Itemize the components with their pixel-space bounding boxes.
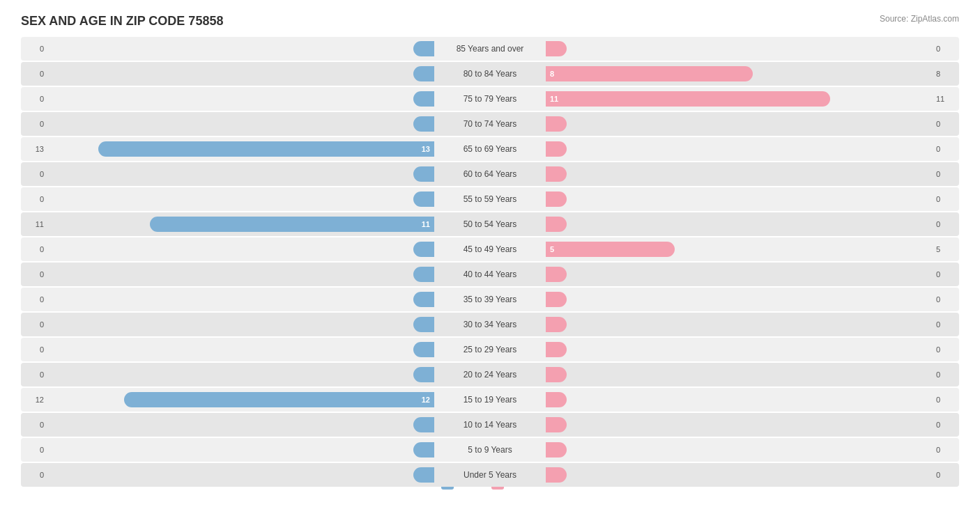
age-group-label: 55 to 59 Years	[434, 194, 546, 204]
female-outer-value: 0	[936, 320, 954, 329]
female-bar-half: 11	[546, 91, 933, 107]
bar-row: 045 to 49 Years55	[21, 237, 959, 261]
male-bar-half	[47, 292, 434, 307]
male-bar: 11	[150, 217, 434, 232]
male-bar	[413, 442, 434, 458]
female-outer-value: 0	[936, 170, 954, 178]
female-outer-value: 0	[936, 421, 954, 429]
female-bar	[546, 141, 567, 157]
bar-row: 131365 to 69 Years0	[21, 137, 959, 161]
bar-row: 05 to 9 Years0	[21, 438, 959, 462]
female-bar	[546, 116, 567, 132]
female-bar-half	[546, 267, 933, 282]
bar-row: 121215 to 19 Years0	[21, 388, 959, 412]
male-bar	[413, 191, 434, 207]
female-bar-half	[546, 166, 933, 182]
female-bar	[546, 392, 567, 407]
male-bar-value: 11	[422, 220, 430, 228]
male-bar-half	[47, 467, 434, 483]
bar-row: 070 to 74 Years0	[21, 112, 959, 136]
male-bar-half: 12	[47, 392, 434, 407]
female-outer-value: 0	[936, 446, 954, 454]
male-bar	[413, 292, 434, 307]
age-group-label: 5 to 9 Years	[434, 445, 546, 455]
female-bar-half	[546, 41, 933, 56]
male-bar-half	[47, 267, 434, 282]
male-bar: 12	[124, 392, 434, 407]
bar-row: 060 to 64 Years0	[21, 162, 959, 186]
male-bar	[413, 367, 434, 382]
bar-row: 075 to 79 Years1111	[21, 87, 959, 111]
age-group-label: 15 to 19 Years	[434, 395, 546, 405]
male-outer-value: 0	[26, 295, 44, 304]
female-outer-value: 0	[936, 396, 954, 404]
male-bar-half	[47, 342, 434, 357]
male-outer-value: 0	[26, 70, 44, 78]
male-outer-value: 0	[26, 421, 44, 429]
male-bar-value: 12	[422, 396, 430, 404]
male-outer-value: 0	[26, 471, 44, 479]
bar-row: 040 to 44 Years0	[21, 263, 959, 286]
female-outer-value: 0	[936, 345, 954, 354]
age-group-label: 85 Years and over	[434, 44, 546, 54]
female-bar	[546, 367, 567, 382]
female-bar-half	[546, 417, 933, 432]
female-bar: 11	[546, 91, 830, 107]
female-bar-half	[546, 141, 933, 157]
male-outer-value: 0	[26, 120, 44, 128]
female-bar-value: 11	[550, 95, 558, 103]
female-outer-value: 0	[936, 370, 954, 379]
bar-row: 111150 to 54 Years0	[21, 212, 959, 236]
male-bar	[413, 91, 434, 107]
bars-area: 085 Years and over0080 to 84 Years88075 …	[21, 37, 959, 469]
female-outer-value: 0	[936, 270, 954, 279]
bar-row: 010 to 14 Years0	[21, 413, 959, 437]
source-label: Source: ZipAtlas.com	[880, 14, 959, 24]
male-bar-half	[47, 367, 434, 382]
female-bar	[546, 41, 567, 56]
female-outer-value: 0	[936, 45, 954, 53]
female-bar: 5	[546, 242, 675, 257]
female-bar	[546, 467, 567, 483]
male-bar	[413, 66, 434, 81]
age-group-label: 30 to 34 Years	[434, 320, 546, 329]
male-bar-half	[47, 417, 434, 432]
bar-row: 030 to 34 Years0	[21, 313, 959, 336]
female-bar	[546, 292, 567, 307]
male-outer-value: 0	[26, 245, 44, 253]
female-bar-half	[546, 292, 933, 307]
male-bar-value: 13	[422, 145, 430, 153]
chart-title: SEX AND AGE IN ZIP CODE 75858	[21, 14, 959, 29]
female-bar-half	[546, 116, 933, 132]
female-bar	[546, 342, 567, 357]
age-group-label: 75 to 79 Years	[434, 94, 546, 104]
female-bar	[546, 267, 567, 282]
male-bar-half	[47, 66, 434, 81]
age-group-label: 20 to 24 Years	[434, 370, 546, 380]
female-bar-half	[546, 392, 933, 407]
male-bar-half	[47, 242, 434, 257]
age-group-label: 70 to 74 Years	[434, 119, 546, 129]
female-bar-half	[546, 467, 933, 483]
male-outer-value: 0	[26, 345, 44, 354]
male-outer-value: 11	[26, 220, 44, 228]
male-outer-value: 0	[26, 170, 44, 178]
male-bar	[413, 317, 434, 332]
male-outer-value: 0	[26, 95, 44, 103]
female-bar	[546, 166, 567, 182]
male-bar-half	[47, 317, 434, 332]
age-group-label: 50 to 54 Years	[434, 219, 546, 229]
bar-row: 0Under 5 Years0	[21, 463, 959, 487]
age-group-label: 25 to 29 Years	[434, 345, 546, 354]
male-bar-half	[47, 91, 434, 107]
female-outer-value: 8	[936, 70, 954, 78]
female-outer-value: 0	[936, 120, 954, 128]
age-group-label: 80 to 84 Years	[434, 69, 546, 79]
female-bar-half	[546, 442, 933, 458]
male-bar	[413, 267, 434, 282]
male-outer-value: 0	[26, 370, 44, 379]
female-bar-half	[546, 317, 933, 332]
female-bar	[546, 191, 567, 207]
male-bar-half: 11	[47, 217, 434, 232]
female-bar	[546, 317, 567, 332]
